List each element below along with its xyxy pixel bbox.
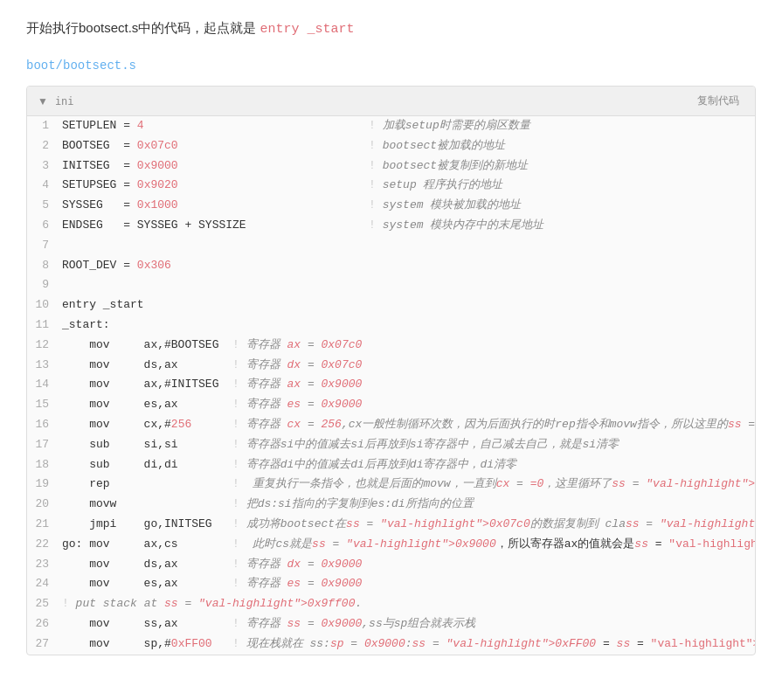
line-content: sub si,si ! 寄存器si中的值减去si后再放到si寄存器中，自己减去自… xyxy=(58,435,755,455)
table-row: 11_start: xyxy=(27,315,755,336)
line-content: mov ax,#BOOTSEG ! 寄存器 ax = 0x07c0 xyxy=(58,336,755,356)
line-number: 11 xyxy=(27,315,58,336)
line-number: 26 xyxy=(27,614,58,634)
table-row: 5SYSSEG = 0x1000 ! system 模块被加载的地址 xyxy=(27,196,755,216)
file-path-link[interactable]: boot/bootsect.s xyxy=(26,59,136,73)
table-row: 26 mov ss,ax ! 寄存器 ss = 0x9000,ss与sp组合就表… xyxy=(27,614,755,634)
line-number: 21 xyxy=(27,515,58,535)
table-row: 13 mov ds,ax ! 寄存器 dx = 0x07c0 xyxy=(27,356,755,376)
table-row: 17 sub si,si ! 寄存器si中的值减去si后再放到si寄存器中，自己… xyxy=(27,435,755,455)
line-content: entry _start xyxy=(58,295,755,315)
chevron-down-icon[interactable]: ▼ xyxy=(38,95,48,107)
table-row: 1SETUPLEN = 4 ! 加载setup时需要的扇区数量 xyxy=(27,116,755,136)
line-number: 6 xyxy=(27,216,58,236)
line-number: 10 xyxy=(27,295,58,315)
line-number: 22 xyxy=(27,535,58,555)
line-content: ! put stack at ss = "val-highlight">0x9f… xyxy=(58,594,755,614)
lang-label: ini xyxy=(55,95,74,107)
line-content: go: mov ax,cs ! 此时cs就是ss = "val-highligh… xyxy=(58,535,755,555)
table-row: 21 jmpi go,INITSEG ! 成功将bootsect在ss = "v… xyxy=(27,515,755,535)
line-content: mov ax,#INITSEG ! 寄存器 ax = 0x9000 xyxy=(58,375,755,395)
line-content xyxy=(58,275,755,295)
line-content: sub di,di ! 寄存器di中的值减去di后再放到di寄存器中，di清零 xyxy=(58,455,755,475)
header-left: ▼ ini xyxy=(38,95,74,107)
line-content: SYSSEG = 0x1000 ! system 模块被加载的地址 xyxy=(58,196,755,216)
table-row: 8ROOT_DEV = 0x306 xyxy=(27,256,755,276)
table-row: 20 movw ! 把ds:si指向的字复制到es:di所指向的位置 xyxy=(27,495,755,515)
intro-text-before: 开始执行bootsect.s中的代码，起点就是 xyxy=(26,20,260,35)
line-content: rep ! 重复执行一条指令，也就是后面的movw，一直到cx = =0，这里循… xyxy=(58,475,755,495)
entry-start-highlight: entry _start xyxy=(260,22,355,37)
table-row: 23 mov ds,ax ! 寄存器 dx = 0x9000 xyxy=(27,555,755,575)
line-content: mov cx,#256 ! 寄存器 cx = 256,cx一般性制循环次数，因为… xyxy=(58,415,755,435)
line-number: 2 xyxy=(27,136,58,156)
code-block-header: ▼ ini 复制代码 xyxy=(27,87,755,116)
copy-button[interactable]: 复制代码 xyxy=(692,92,744,110)
line-number: 4 xyxy=(27,176,58,196)
line-number: 20 xyxy=(27,495,58,515)
line-number: 27 xyxy=(27,634,58,655)
line-number: 7 xyxy=(27,236,58,256)
line-number: 19 xyxy=(27,475,58,495)
line-number: 24 xyxy=(27,574,58,594)
line-number: 15 xyxy=(27,395,58,415)
line-content: SETUPLEN = 4 ! 加载setup时需要的扇区数量 xyxy=(58,116,755,136)
table-row: 7 xyxy=(27,236,755,256)
table-row: 27 mov sp,#0xFF00 ! 现在栈就在 ss:sp = 0x9000… xyxy=(27,634,755,655)
table-row: 16 mov cx,#256 ! 寄存器 cx = 256,cx一般性制循环次数… xyxy=(27,415,755,435)
line-number: 23 xyxy=(27,555,58,575)
line-number: 13 xyxy=(27,356,58,376)
line-number: 14 xyxy=(27,375,58,395)
intro-paragraph: 开始执行bootsect.s中的代码，起点就是 entry _start xyxy=(26,17,756,40)
code-block: ▼ ini 复制代码 1SETUPLEN = 4 ! 加载setup时需要的扇区… xyxy=(26,86,756,655)
table-row: 9 xyxy=(27,275,755,295)
line-number: 16 xyxy=(27,415,58,435)
table-row: 22go: mov ax,cs ! 此时cs就是ss = "val-highli… xyxy=(27,535,755,555)
line-number: 9 xyxy=(27,275,58,295)
line-number: 1 xyxy=(27,116,58,136)
line-content: mov es,ax ! 寄存器 es = 0x9000 xyxy=(58,395,755,415)
table-row: 25! put stack at ss = "val-highlight">0x… xyxy=(27,594,755,614)
line-content xyxy=(58,236,755,256)
line-content: SETUPSEG = 0x9020 ! setup 程序执行的地址 xyxy=(58,176,755,196)
line-number: 25 xyxy=(27,594,58,614)
line-content: mov ds,ax ! 寄存器 dx = 0x07c0 xyxy=(58,356,755,376)
line-content: mov ss,ax ! 寄存器 ss = 0x9000,ss与sp组合就表示栈 xyxy=(58,614,755,634)
line-content: mov sp,#0xFF00 ! 现在栈就在 ss:sp = 0x9000:ss… xyxy=(58,634,755,655)
table-row: 3INITSEG = 0x9000 ! bootsect被复制到的新地址 xyxy=(27,156,755,177)
line-content: BOOTSEG = 0x07c0 ! bootsect被加载的地址 xyxy=(58,136,755,156)
line-number: 18 xyxy=(27,455,58,475)
table-row: 18 sub di,di ! 寄存器di中的值减去di后再放到di寄存器中，di… xyxy=(27,455,755,475)
line-content: INITSEG = 0x9000 ! bootsect被复制到的新地址 xyxy=(58,156,755,177)
line-number: 5 xyxy=(27,196,58,216)
line-number: 12 xyxy=(27,336,58,356)
table-row: 4SETUPSEG = 0x9020 ! setup 程序执行的地址 xyxy=(27,176,755,196)
table-row: 2BOOTSEG = 0x07c0 ! bootsect被加载的地址 xyxy=(27,136,755,156)
line-content: jmpi go,INITSEG ! 成功将bootsect在ss = "val-… xyxy=(58,515,755,535)
table-row: 15 mov es,ax ! 寄存器 es = 0x9000 xyxy=(27,395,755,415)
line-content: ROOT_DEV = 0x306 xyxy=(58,256,755,276)
table-row: 6ENDSEG = SYSSEG + SYSSIZE ! system 模块内存… xyxy=(27,216,755,236)
table-row: 12 mov ax,#BOOTSEG ! 寄存器 ax = 0x07c0 xyxy=(27,336,755,356)
table-row: 14 mov ax,#INITSEG ! 寄存器 ax = 0x9000 xyxy=(27,375,755,395)
table-row: 24 mov es,ax ! 寄存器 es = 0x9000 xyxy=(27,574,755,594)
line-number: 8 xyxy=(27,256,58,276)
line-content: ENDSEG = SYSSEG + SYSSIZE ! system 模块内存中… xyxy=(58,216,755,236)
line-content: mov ds,ax ! 寄存器 dx = 0x9000 xyxy=(58,555,755,575)
table-row: 19 rep ! 重复执行一条指令，也就是后面的movw，一直到cx = =0，… xyxy=(27,475,755,495)
line-number: 17 xyxy=(27,435,58,455)
line-number: 3 xyxy=(27,156,58,177)
line-content: movw ! 把ds:si指向的字复制到es:di所指向的位置 xyxy=(58,495,755,515)
table-row: 10entry _start xyxy=(27,295,755,315)
line-content: mov es,ax ! 寄存器 es = 0x9000 xyxy=(58,574,755,594)
line-content: _start: xyxy=(58,315,755,336)
code-table: 1SETUPLEN = 4 ! 加载setup时需要的扇区数量2BOOTSEG … xyxy=(27,116,755,655)
